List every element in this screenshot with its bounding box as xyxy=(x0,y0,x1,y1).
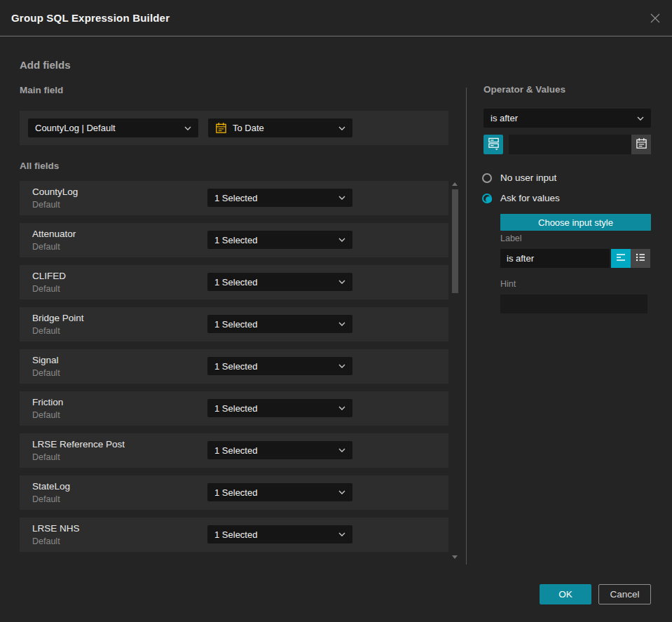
field-values-select[interactable]: 1 Selected xyxy=(207,189,352,207)
field-subtitle: Default xyxy=(32,242,60,252)
chevron-down-icon xyxy=(338,532,345,536)
field-values-select-value: 1 Selected xyxy=(214,361,257,372)
chevron-down-icon xyxy=(338,126,345,130)
panel-divider xyxy=(466,88,467,564)
cancel-button[interactable]: Cancel xyxy=(598,584,651,604)
label-field-label: Label xyxy=(500,234,522,243)
scrollbar-thumb[interactable] xyxy=(452,189,458,293)
field-name: LRSE NHS xyxy=(32,523,80,534)
field-row: CountyLog Default 1 Selected xyxy=(20,181,448,215)
field-subtitle: Default xyxy=(32,410,60,420)
radio-no-user-input-label: No user input xyxy=(500,173,556,183)
field-values-select-value: 1 Selected xyxy=(214,277,257,288)
label-style-list-button[interactable] xyxy=(631,249,650,268)
chevron-down-icon xyxy=(338,406,345,410)
field-values-select-value: 1 Selected xyxy=(214,193,257,203)
align-left-icon xyxy=(615,251,627,266)
all-fields-label: All fields xyxy=(20,161,59,171)
operator-values-heading: Operator & Values xyxy=(484,84,565,95)
field-subtitle: Default xyxy=(32,494,60,504)
value-input[interactable] xyxy=(509,135,631,154)
calendar-icon xyxy=(636,137,647,152)
hint-field-label: Hint xyxy=(500,279,516,289)
chevron-down-icon xyxy=(338,196,345,200)
field-name: CLIFED xyxy=(32,271,66,281)
calendar-icon xyxy=(215,122,227,134)
main-field-select-value: CountyLog | Default xyxy=(35,123,116,133)
field-name: Signal xyxy=(32,355,59,365)
field-values-select-value: 1 Selected xyxy=(214,529,257,540)
field-subtitle: Default xyxy=(32,326,60,336)
field-values-select-value: 1 Selected xyxy=(214,487,257,498)
radio-unselected-icon xyxy=(482,173,492,183)
scrollbar-up-arrow[interactable] xyxy=(452,182,458,186)
hint-input[interactable] xyxy=(500,295,647,313)
main-field-select[interactable]: CountyLog | Default xyxy=(28,119,198,137)
dialog-header: Group SQL Expression Builder xyxy=(0,0,672,36)
field-subtitle: Default xyxy=(32,284,60,294)
field-values-select[interactable]: 1 Selected xyxy=(207,525,352,543)
operator-select-value: is after xyxy=(491,113,518,123)
chevron-down-icon xyxy=(184,126,191,130)
field-values-select-value: 1 Selected xyxy=(214,445,257,456)
field-name: Friction xyxy=(32,397,63,407)
field-values-select[interactable]: 1 Selected xyxy=(207,231,352,249)
choose-input-style-button[interactable]: Choose input style xyxy=(500,214,651,231)
label-style-single-button[interactable] xyxy=(611,249,631,268)
field-values-select-value: 1 Selected xyxy=(214,235,257,245)
chevron-down-icon xyxy=(338,238,345,242)
field-values-select-value: 1 Selected xyxy=(214,403,257,414)
main-field-container: CountyLog | Default To Date xyxy=(20,111,448,145)
chevron-down-icon xyxy=(338,280,345,284)
operator-select[interactable]: is after xyxy=(484,109,651,128)
field-values-select[interactable]: 1 Selected xyxy=(207,357,352,375)
field-row: LRSE Reference Post Default 1 Selected xyxy=(20,433,448,468)
field-values-select[interactable]: 1 Selected xyxy=(207,441,352,459)
scrollbar-down-arrow[interactable] xyxy=(452,555,458,559)
bullet-list-icon xyxy=(634,251,647,266)
field-row: StateLog Default 1 Selected xyxy=(20,475,448,510)
field-row: LRSE NHS Default 1 Selected xyxy=(20,518,448,552)
chevron-down-icon xyxy=(338,364,345,368)
field-subtitle: Default xyxy=(32,536,60,546)
field-name: Bridge Point xyxy=(32,313,84,323)
close-icon[interactable] xyxy=(648,11,662,25)
field-row: Signal Default 1 Selected xyxy=(20,349,448,384)
field-name: LRSE Reference Post xyxy=(32,439,125,449)
field-name: Attenuator xyxy=(32,229,76,239)
chevron-down-icon xyxy=(338,448,345,452)
chevron-down-icon xyxy=(338,490,345,494)
field-row: CLIFED Default 1 Selected xyxy=(20,265,448,299)
field-values-select-value: 1 Selected xyxy=(214,319,257,330)
field-name: StateLog xyxy=(32,481,70,492)
main-date-select[interactable]: To Date xyxy=(208,119,352,137)
all-fields-list: CountyLog Default 1 Selected Attenuator … xyxy=(20,181,448,552)
field-values-select[interactable]: 1 Selected xyxy=(207,483,352,501)
field-row: Friction Default 1 Selected xyxy=(20,391,448,426)
field-name: CountyLog xyxy=(32,187,78,197)
field-row: Attenuator Default 1 Selected xyxy=(20,223,448,257)
label-input[interactable] xyxy=(500,249,610,268)
ok-button[interactable]: OK xyxy=(540,584,591,604)
radio-selected-icon xyxy=(482,194,492,203)
chevron-down-icon xyxy=(637,116,644,121)
stacked-values-icon xyxy=(487,137,500,153)
field-row: Bridge Point Default 1 Selected xyxy=(20,307,448,342)
field-subtitle: Default xyxy=(32,368,60,378)
field-values-select[interactable]: 1 Selected xyxy=(207,399,352,417)
field-subtitle: Default xyxy=(32,200,60,210)
radio-ask-for-values-label: Ask for values xyxy=(500,193,560,203)
value-input-group xyxy=(509,135,651,154)
field-values-select[interactable]: 1 Selected xyxy=(207,315,352,333)
value-date-picker-button[interactable] xyxy=(631,135,651,154)
radio-no-user-input[interactable]: No user input xyxy=(482,173,556,183)
value-type-toggle-button[interactable] xyxy=(484,135,503,154)
main-date-select-value: To Date xyxy=(233,123,264,133)
radio-ask-for-values[interactable]: Ask for values xyxy=(482,193,560,203)
field-subtitle: Default xyxy=(32,452,60,462)
main-field-label: Main field xyxy=(20,85,63,95)
dialog-title: Group SQL Expression Builder xyxy=(0,12,170,24)
field-values-select[interactable]: 1 Selected xyxy=(207,273,352,291)
chevron-down-icon xyxy=(338,322,345,326)
add-fields-heading: Add fields xyxy=(20,59,71,71)
